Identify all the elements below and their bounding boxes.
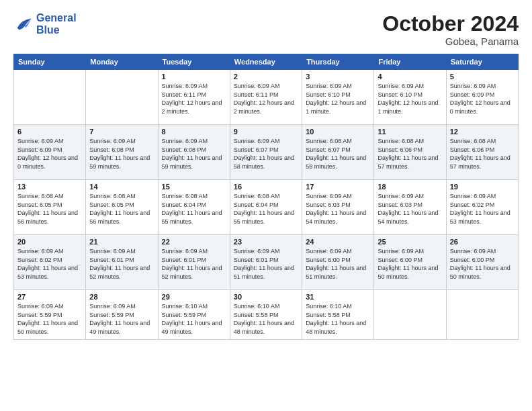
calendar-week-5: 27Sunrise: 6:09 AM Sunset: 5:59 PM Dayli… xyxy=(14,290,519,339)
calendar-cell: 24Sunrise: 6:09 AM Sunset: 6:00 PM Dayli… xyxy=(302,235,374,290)
calendar-header-thursday: Thursday xyxy=(302,54,374,70)
calendar-cell: 23Sunrise: 6:09 AM Sunset: 6:01 PM Dayli… xyxy=(230,235,302,290)
calendar-cell: 14Sunrise: 6:08 AM Sunset: 6:05 PM Dayli… xyxy=(86,180,158,235)
calendar-header-row: SundayMondayTuesdayWednesdayThursdayFrid… xyxy=(14,54,519,70)
day-info: Sunrise: 6:08 AM Sunset: 6:05 PM Dayligh… xyxy=(17,192,82,226)
calendar-cell: 6Sunrise: 6:09 AM Sunset: 6:09 PM Daylig… xyxy=(14,125,86,180)
day-info: Sunrise: 6:09 AM Sunset: 6:00 PM Dayligh… xyxy=(378,247,442,281)
day-info: Sunrise: 6:09 AM Sunset: 6:01 PM Dayligh… xyxy=(162,247,226,281)
calendar-cell: 2Sunrise: 6:09 AM Sunset: 6:11 PM Daylig… xyxy=(230,70,302,125)
calendar-cell xyxy=(374,290,446,339)
calendar-cell xyxy=(86,70,158,125)
day-info: Sunrise: 6:09 AM Sunset: 6:00 PM Dayligh… xyxy=(306,247,370,281)
day-info: Sunrise: 6:09 AM Sunset: 6:03 PM Dayligh… xyxy=(306,192,370,226)
calendar-cell: 29Sunrise: 6:10 AM Sunset: 5:59 PM Dayli… xyxy=(158,290,230,339)
day-number: 23 xyxy=(234,238,298,246)
day-info: Sunrise: 6:10 AM Sunset: 5:59 PM Dayligh… xyxy=(162,302,226,336)
calendar-cell: 25Sunrise: 6:09 AM Sunset: 6:00 PM Dayli… xyxy=(374,235,446,290)
calendar-cell: 13Sunrise: 6:08 AM Sunset: 6:05 PM Dayli… xyxy=(14,180,86,235)
day-info: Sunrise: 6:09 AM Sunset: 6:10 PM Dayligh… xyxy=(378,82,442,116)
day-info: Sunrise: 6:08 AM Sunset: 6:07 PM Dayligh… xyxy=(306,137,370,171)
calendar-cell: 15Sunrise: 6:08 AM Sunset: 6:04 PM Dayli… xyxy=(158,180,230,235)
calendar-cell xyxy=(14,70,86,125)
calendar-cell: 9Sunrise: 6:09 AM Sunset: 6:07 PM Daylig… xyxy=(230,125,302,180)
day-info: Sunrise: 6:09 AM Sunset: 6:02 PM Dayligh… xyxy=(17,247,82,281)
day-number: 21 xyxy=(89,238,154,246)
day-info: Sunrise: 6:09 AM Sunset: 6:02 PM Dayligh… xyxy=(450,192,515,226)
title-block: October 2024 Gobea, Panama xyxy=(382,12,519,47)
calendar-header-friday: Friday xyxy=(374,54,446,70)
day-number: 31 xyxy=(306,293,370,301)
calendar-cell: 19Sunrise: 6:09 AM Sunset: 6:02 PM Dayli… xyxy=(446,180,518,235)
day-info: Sunrise: 6:08 AM Sunset: 6:05 PM Dayligh… xyxy=(89,192,154,226)
day-number: 12 xyxy=(450,128,515,136)
day-number: 17 xyxy=(306,183,370,191)
calendar-cell: 30Sunrise: 6:10 AM Sunset: 5:58 PM Dayli… xyxy=(230,290,302,339)
day-number: 2 xyxy=(234,73,298,81)
day-info: Sunrise: 6:09 AM Sunset: 6:07 PM Dayligh… xyxy=(234,137,298,171)
day-info: Sunrise: 6:09 AM Sunset: 6:01 PM Dayligh… xyxy=(234,247,298,281)
month-title: October 2024 xyxy=(382,12,519,36)
day-number: 11 xyxy=(378,128,442,136)
day-info: Sunrise: 6:09 AM Sunset: 6:01 PM Dayligh… xyxy=(89,247,154,281)
day-info: Sunrise: 6:08 AM Sunset: 6:04 PM Dayligh… xyxy=(162,192,226,226)
calendar-cell: 8Sunrise: 6:09 AM Sunset: 6:08 PM Daylig… xyxy=(158,125,230,180)
calendar-cell: 4Sunrise: 6:09 AM Sunset: 6:10 PM Daylig… xyxy=(374,70,446,125)
day-number: 26 xyxy=(450,238,515,246)
calendar-week-1: 1Sunrise: 6:09 AM Sunset: 6:11 PM Daylig… xyxy=(14,70,519,125)
calendar-cell: 31Sunrise: 6:10 AM Sunset: 5:58 PM Dayli… xyxy=(302,290,374,339)
day-info: Sunrise: 6:09 AM Sunset: 6:09 PM Dayligh… xyxy=(450,82,515,116)
logo: GeneralBlue xyxy=(13,12,77,36)
logo-line1: General xyxy=(36,12,77,24)
calendar-cell: 7Sunrise: 6:09 AM Sunset: 6:08 PM Daylig… xyxy=(86,125,158,180)
calendar-header-wednesday: Wednesday xyxy=(230,54,302,70)
day-number: 3 xyxy=(306,73,370,81)
calendar-cell: 11Sunrise: 6:08 AM Sunset: 6:06 PM Dayli… xyxy=(374,125,446,180)
day-number: 13 xyxy=(17,183,82,191)
calendar-cell: 16Sunrise: 6:08 AM Sunset: 6:04 PM Dayli… xyxy=(230,180,302,235)
calendar-cell: 26Sunrise: 6:09 AM Sunset: 6:00 PM Dayli… xyxy=(446,235,518,290)
calendar-cell: 27Sunrise: 6:09 AM Sunset: 5:59 PM Dayli… xyxy=(14,290,86,339)
day-number: 28 xyxy=(89,293,154,301)
day-number: 18 xyxy=(378,183,442,191)
calendar-header-sunday: Sunday xyxy=(14,54,86,70)
calendar-cell: 10Sunrise: 6:08 AM Sunset: 6:07 PM Dayli… xyxy=(302,125,374,180)
header: GeneralBlue October 2024 Gobea, Panama xyxy=(13,12,519,47)
logo-text: GeneralBlue xyxy=(36,12,77,36)
calendar-cell: 18Sunrise: 6:09 AM Sunset: 6:03 PM Dayli… xyxy=(374,180,446,235)
logo-icon xyxy=(13,15,32,34)
calendar-cell: 22Sunrise: 6:09 AM Sunset: 6:01 PM Dayli… xyxy=(158,235,230,290)
day-number: 14 xyxy=(89,183,154,191)
day-number: 7 xyxy=(89,128,154,136)
calendar-cell: 28Sunrise: 6:09 AM Sunset: 5:59 PM Dayli… xyxy=(86,290,158,339)
day-info: Sunrise: 6:10 AM Sunset: 5:58 PM Dayligh… xyxy=(306,302,370,336)
calendar-cell: 3Sunrise: 6:09 AM Sunset: 6:10 PM Daylig… xyxy=(302,70,374,125)
calendar-cell xyxy=(446,290,518,339)
day-info: Sunrise: 6:10 AM Sunset: 5:58 PM Dayligh… xyxy=(234,302,298,336)
day-info: Sunrise: 6:09 AM Sunset: 6:08 PM Dayligh… xyxy=(162,137,226,171)
day-info: Sunrise: 6:09 AM Sunset: 6:09 PM Dayligh… xyxy=(17,137,82,171)
day-number: 30 xyxy=(234,293,298,301)
location: Gobea, Panama xyxy=(382,36,519,47)
calendar-header-tuesday: Tuesday xyxy=(158,54,230,70)
day-info: Sunrise: 6:09 AM Sunset: 6:00 PM Dayligh… xyxy=(450,247,515,281)
day-number: 9 xyxy=(234,128,298,136)
calendar-cell: 1Sunrise: 6:09 AM Sunset: 6:11 PM Daylig… xyxy=(158,70,230,125)
calendar-header-monday: Monday xyxy=(86,54,158,70)
day-number: 20 xyxy=(17,238,82,246)
calendar-week-3: 13Sunrise: 6:08 AM Sunset: 6:05 PM Dayli… xyxy=(14,180,519,235)
calendar-cell: 21Sunrise: 6:09 AM Sunset: 6:01 PM Dayli… xyxy=(86,235,158,290)
day-number: 5 xyxy=(450,73,515,81)
day-info: Sunrise: 6:09 AM Sunset: 5:59 PM Dayligh… xyxy=(17,302,82,336)
day-number: 4 xyxy=(378,73,442,81)
day-info: Sunrise: 6:09 AM Sunset: 6:03 PM Dayligh… xyxy=(378,192,442,226)
day-info: Sunrise: 6:08 AM Sunset: 6:06 PM Dayligh… xyxy=(378,137,442,171)
day-number: 8 xyxy=(162,128,226,136)
calendar-week-2: 6Sunrise: 6:09 AM Sunset: 6:09 PM Daylig… xyxy=(14,125,519,180)
day-number: 25 xyxy=(378,238,442,246)
day-info: Sunrise: 6:09 AM Sunset: 6:11 PM Dayligh… xyxy=(234,82,298,116)
day-info: Sunrise: 6:09 AM Sunset: 6:10 PM Dayligh… xyxy=(306,82,370,116)
day-info: Sunrise: 6:08 AM Sunset: 6:06 PM Dayligh… xyxy=(450,137,515,171)
day-info: Sunrise: 6:09 AM Sunset: 6:11 PM Dayligh… xyxy=(162,82,226,116)
day-number: 29 xyxy=(162,293,226,301)
